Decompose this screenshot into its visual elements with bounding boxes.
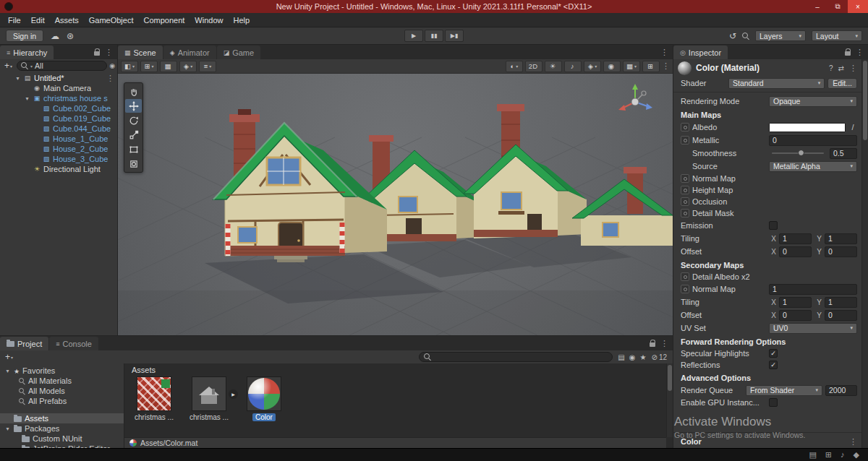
tiling-y-field[interactable]: 1 — [825, 233, 857, 244]
metallic-texture-slot[interactable] — [681, 136, 689, 145]
maximize-button[interactable]: ⧉ — [827, 0, 848, 13]
eyedropper-icon[interactable]: / — [848, 123, 857, 132]
secondary-tiling-x-field[interactable]: 1 — [779, 297, 812, 308]
move-tool-button[interactable] — [125, 99, 142, 113]
gpu-instancing-checkbox[interactable] — [769, 398, 778, 407]
offset-x-field[interactable]: 0 — [779, 246, 812, 257]
detail-albedo-texture-slot[interactable] — [681, 272, 689, 281]
hierarchy-item[interactable]: ▧ Cube.002_Cube — [0, 103, 117, 113]
presets-icon[interactable]: ⇄ — [838, 64, 844, 72]
rect-tool-button[interactable] — [125, 142, 142, 156]
scene-view-option-button[interactable]: ♪ — [564, 61, 582, 72]
preview-more-icon[interactable] — [849, 437, 857, 447]
add-object-button[interactable] — [2, 61, 14, 71]
secondary-normal-texture-slot[interactable] — [681, 285, 689, 293]
favorites-item[interactable]: All Prefabs — [0, 396, 124, 406]
project-toolbar-icon[interactable]: ◉ — [627, 353, 638, 361]
more-menu-icon[interactable] — [105, 48, 113, 57]
metallic-field[interactable]: 0 — [769, 135, 857, 146]
services-icon[interactable]: ⊛ — [67, 32, 74, 40]
tiling-x-field[interactable]: 1 — [779, 233, 812, 244]
tab-hierarchy[interactable]: ≡ Hierarchy — [0, 46, 54, 59]
normal-map-texture-slot[interactable] — [681, 174, 689, 183]
tab-console[interactable]: ≡ Console — [49, 337, 98, 350]
source-dropdown[interactable]: Metallic Alpha — [769, 161, 857, 172]
view-tab[interactable]: ◪ Game — [217, 46, 260, 59]
asset-christmas-texture[interactable]: christmas ... — [133, 376, 175, 421]
tab-inspector[interactable]: ◎ Inspector — [673, 46, 728, 59]
cloud-icon[interactable]: ☁ — [51, 32, 59, 40]
scene-view-option-button[interactable]: ◐ ▾ — [506, 61, 523, 72]
hierarchy-item[interactable]: ◉ Main Camera — [0, 83, 117, 93]
undo-history-icon[interactable]: ↺ — [729, 32, 736, 40]
secondary-normal-field[interactable]: 1 — [769, 284, 857, 295]
scene-tool-button[interactable]: ◈ ▾ — [179, 61, 197, 72]
hierarchy-item[interactable]: ▧ House_3_Cube — [0, 154, 117, 164]
layers-dropdown[interactable]: Layers — [755, 30, 806, 41]
asset-color-material[interactable]: Color — [243, 376, 285, 421]
expand-arrow-icon[interactable] — [4, 426, 11, 432]
edit-shader-button[interactable]: Edit... — [827, 78, 857, 89]
hierarchy-item[interactable]: ▧ Cube.044_Cube — [0, 124, 117, 134]
menu-item[interactable]: Assets — [50, 16, 84, 25]
tab-project[interactable]: Project — [0, 337, 48, 350]
packages-section[interactable]: Packages — [0, 423, 124, 434]
scene-orientation-gizmo[interactable] — [616, 82, 654, 120]
scene-tool-button[interactable]: ▦ — [160, 61, 177, 72]
hierarchy-item[interactable]: ▾ ▣ christmas house s — [0, 93, 117, 103]
favorites-section[interactable]: Favorites — [0, 366, 124, 376]
scene-view-option-button[interactable]: ▦ ▾ — [623, 61, 640, 72]
scene-tool-button[interactable]: ≡ ▾ — [199, 61, 216, 72]
secondary-offset-y-field[interactable]: 0 — [825, 310, 857, 321]
scene-view-option-button[interactable]: ◉ — [603, 61, 621, 72]
scene-more-icon[interactable] — [662, 61, 670, 71]
secondary-offset-x-field[interactable]: 0 — [779, 310, 812, 321]
material-preview-header[interactable]: Color — [673, 435, 861, 448]
emission-checkbox[interactable] — [769, 221, 778, 230]
more-menu-icon[interactable] — [660, 48, 668, 57]
view-tab[interactable]: ▦ Scene — [118, 46, 163, 59]
lock-icon[interactable] — [650, 342, 655, 347]
view-tab[interactable]: ◈ Animator — [163, 46, 216, 59]
smoothness-slider[interactable] — [772, 152, 824, 154]
render-queue-field[interactable]: 2000 — [825, 385, 857, 396]
scene-view-option-button[interactable]: ☀ — [545, 61, 562, 72]
shader-dropdown[interactable]: Standard — [728, 78, 825, 89]
menu-item[interactable]: Component — [138, 16, 190, 25]
layout-dropdown[interactable]: Layout — [812, 30, 862, 41]
offset-y-field[interactable]: 0 — [825, 246, 857, 257]
specular-highlights-checkbox[interactable]: ✓ — [769, 349, 778, 358]
uv-set-dropdown[interactable]: UV0 — [769, 323, 857, 334]
view-tool-button[interactable] — [125, 85, 142, 98]
rotate-tool-button[interactable] — [125, 113, 142, 127]
assets-scrollbar[interactable] — [666, 363, 673, 437]
scale-tool-button[interactable] — [125, 128, 142, 142]
help-icon[interactable]: ? — [829, 64, 833, 72]
lock-icon[interactable] — [94, 51, 100, 56]
albedo-color-swatch[interactable] — [769, 123, 846, 132]
minimize-button[interactable]: – — [807, 0, 827, 13]
transform-tool-button[interactable] — [125, 157, 142, 171]
favorites-item[interactable]: All Materials — [0, 376, 124, 386]
status-icon[interactable]: ♪ — [841, 450, 845, 460]
play-button[interactable]: ▶ — [404, 30, 423, 42]
scene-tool-button[interactable]: ◧ ▾ — [121, 61, 138, 72]
more-menu-icon[interactable] — [660, 339, 668, 348]
close-button[interactable]: × — [848, 0, 868, 13]
lock-icon[interactable] — [845, 51, 851, 56]
search-filter-caret-icon[interactable]: ▾ — [30, 64, 33, 69]
expand-arrow-icon[interactable]: ▾ — [14, 75, 21, 82]
hierarchy-search-input[interactable]: ▾ All — [17, 61, 107, 71]
hidden-packages-indicator[interactable]: ⊘ 12 — [651, 353, 670, 361]
assets-folder-item[interactable]: Assets — [0, 413, 124, 423]
scene-view-option-button[interactable]: 2D — [525, 61, 542, 72]
hierarchy-item[interactable]: ☀ Directional Light — [0, 164, 117, 174]
package-item[interactable]: Custom NUnit — [0, 434, 124, 444]
expand-asset-icon[interactable] — [229, 389, 238, 399]
detail-mask-texture-slot[interactable] — [681, 209, 689, 217]
inspector-scrollbar[interactable] — [861, 59, 868, 448]
favorites-item[interactable]: All Models — [0, 386, 124, 396]
step-button[interactable]: ▶▮ — [445, 30, 464, 42]
expand-arrow-icon[interactable]: ▾ — [24, 95, 30, 102]
hierarchy-item[interactable]: ▧ House_2_Cube — [0, 144, 117, 154]
